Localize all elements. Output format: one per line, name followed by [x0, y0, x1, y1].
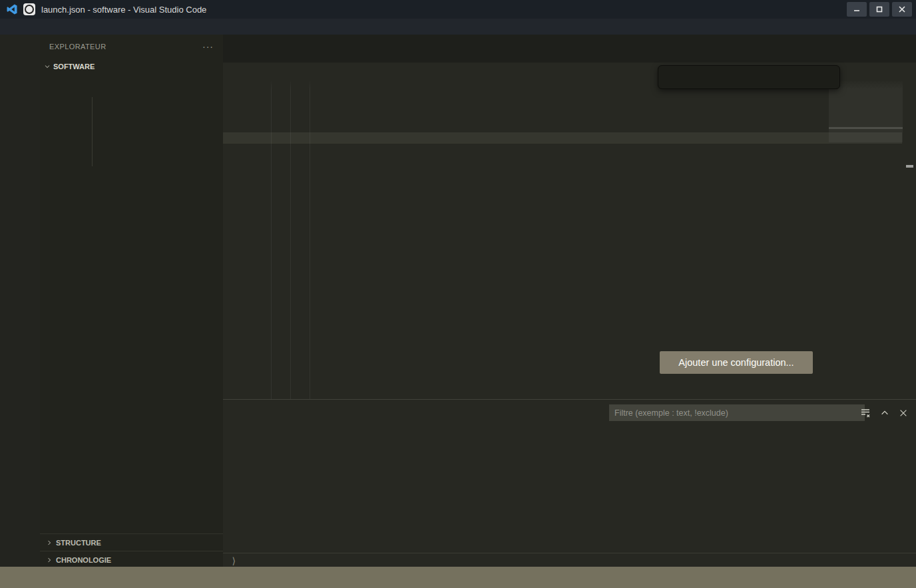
explorer-more-actions-icon[interactable]: ···: [202, 41, 214, 52]
chevron-right-icon: [40, 556, 56, 564]
debug-console-output[interactable]: [223, 425, 916, 558]
maximize-button[interactable]: [869, 2, 889, 17]
minimize-button[interactable]: [847, 2, 867, 17]
vscode-logo-icon: [6, 3, 18, 15]
debug-console-input[interactable]: ⟩: [223, 553, 916, 567]
activity-bar: [0, 35, 40, 567]
close-panel-icon[interactable]: [899, 408, 908, 418]
outline-section[interactable]: STRUCTURE: [40, 533, 223, 551]
debug-console-filter-input[interactable]: [609, 404, 865, 421]
title-bar: launch.json - software - Visual Studio C…: [0, 0, 916, 19]
debug-toolbar: [658, 65, 840, 89]
bottom-panel: ⟩: [223, 399, 916, 567]
add-configuration-button[interactable]: Ajouter une configuration...: [660, 351, 813, 374]
scrollbar-marker[interactable]: [906, 165, 913, 168]
tab-bar: [223, 35, 916, 63]
console-prompt: ⟩: [231, 555, 236, 566]
workspace-section-label: SOFTWARE: [53, 63, 95, 71]
editor-group: Ajouter une configuration...: [223, 35, 916, 399]
close-button[interactable]: [892, 2, 912, 17]
outline-section-label: STRUCTURE: [56, 539, 101, 547]
chevron-down-icon: [41, 63, 53, 71]
vscode-window: launch.json - software - Visual Studio C…: [0, 0, 916, 588]
timeline-section-label: CHRONOLOGIE: [56, 556, 111, 564]
minimap[interactable]: [829, 80, 903, 399]
timeline-section[interactable]: CHRONOLOGIE: [40, 551, 223, 569]
menu-bar: [0, 19, 916, 35]
status-bar: [0, 567, 916, 588]
current-line-highlight: [223, 132, 902, 144]
chevron-right-icon: [40, 539, 56, 547]
workspace-section-header[interactable]: SOFTWARE: [40, 59, 223, 74]
explorer-sidebar: EXPLORATEUR ··· SOFTWARE STRUCTURE CHRON…: [40, 35, 224, 567]
app-badge-icon: [23, 3, 35, 15]
maximize-panel-icon[interactable]: [880, 408, 889, 418]
tree-indent-guide: [92, 97, 93, 166]
window-title: launch.json - software - Visual Studio C…: [41, 5, 206, 15]
clear-console-icon[interactable]: [860, 408, 871, 418]
explorer-title: EXPLORATEUR: [49, 43, 107, 51]
